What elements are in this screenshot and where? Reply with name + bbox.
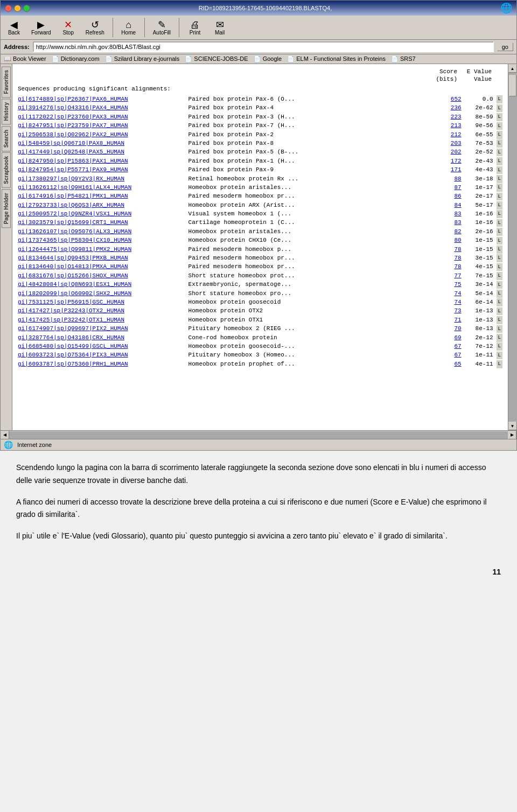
- result-accession-link[interactable]: gi|8134640|sp|O14813|PMXA_HUMAN: [18, 263, 185, 271]
- result-l-button[interactable]: L: [497, 149, 502, 157]
- result-l-button[interactable]: L: [497, 352, 502, 360]
- minimize-button[interactable]: [14, 5, 21, 12]
- result-score[interactable]: 77: [437, 272, 462, 280]
- result-accession-link[interactable]: gi|8247951|sp|P23759|PAX7_HUMAN: [18, 122, 185, 130]
- result-l-button[interactable]: L: [497, 246, 502, 254]
- result-score[interactable]: 78: [437, 263, 462, 271]
- result-accession-link[interactable]: gi|6831676|sp|O15266|SHOX_HUMAN: [18, 272, 185, 280]
- result-score[interactable]: 86: [437, 192, 462, 200]
- result-l-button[interactable]: L: [497, 104, 502, 113]
- side-tab-history[interactable]: History: [2, 99, 11, 124]
- result-accession-link[interactable]: gi|13626107|sp|O95076|ALX3_HUMAN: [18, 228, 185, 236]
- result-score[interactable]: 67: [437, 351, 462, 359]
- scroll-up-button[interactable]: ▲: [508, 64, 517, 73]
- go-button[interactable]: go: [497, 43, 513, 51]
- result-accession-link[interactable]: gi|6093787|sp|O75360|PRH1_HUMAN: [18, 360, 185, 368]
- result-score[interactable]: 87: [437, 184, 462, 192]
- result-accession-link[interactable]: gi|17374365|sp|P58304|CX10_HUMAN: [18, 236, 185, 244]
- fav-dictionary[interactable]: 📄 Dictionary.com: [52, 55, 100, 62]
- fav-szilard[interactable]: 📄 Szilard Library e-journals: [105, 55, 180, 62]
- result-accession-link[interactable]: gi|7531125|sp|P56915|GSC_HUMAN: [18, 298, 185, 306]
- result-l-button[interactable]: L: [497, 113, 502, 121]
- result-score[interactable]: 75: [437, 281, 462, 289]
- result-score[interactable]: 67: [437, 342, 462, 351]
- result-l-button[interactable]: L: [497, 95, 502, 103]
- result-score[interactable]: 202: [437, 148, 462, 156]
- result-accession-link[interactable]: gi|3914276|sp|O43316|PAX4_HUMAN: [18, 104, 185, 112]
- scroll-right-button[interactable]: ▶: [508, 431, 516, 439]
- result-accession-link[interactable]: gi|6174916|sp|P54821|PMX1_HUMAN: [18, 192, 185, 200]
- result-l-button[interactable]: L: [497, 237, 502, 245]
- side-tab-scrapbook[interactable]: Scrapbook: [2, 152, 11, 188]
- result-l-button[interactable]: L: [497, 175, 502, 183]
- refresh-button[interactable]: ↺ Refresh: [83, 18, 107, 37]
- result-accession-link[interactable]: gi|13626112|sp|Q9H161|ALX4_HUMAN: [18, 184, 185, 192]
- result-l-button[interactable]: L: [497, 298, 502, 306]
- result-l-button[interactable]: L: [497, 210, 502, 218]
- result-score[interactable]: 71: [437, 316, 462, 324]
- result-accession-link[interactable]: gi|417425|sp|P32242|OTX1_HUMAN: [18, 316, 185, 324]
- back-button[interactable]: ◀ Back: [4, 18, 24, 37]
- fav-book-viewer[interactable]: 📖 Book Viewer: [4, 55, 46, 62]
- result-score[interactable]: 212: [437, 131, 462, 139]
- forward-button[interactable]: ▶ Forward: [29, 18, 54, 37]
- result-score[interactable]: 84: [437, 201, 462, 209]
- fav-google[interactable]: 📄 Google: [254, 55, 282, 62]
- result-accession-link[interactable]: gi|2506538|sp|Q02962|PAX2_HUMAN: [18, 131, 185, 139]
- result-l-button[interactable]: L: [497, 166, 502, 174]
- result-accession-link[interactable]: gi|548459|sp|Q06710|PAX8_HUMAN: [18, 139, 185, 148]
- print-button[interactable]: 🖨 Print: [185, 18, 205, 37]
- result-accession-link[interactable]: gi|6174889|sp|P26367|PAX6_HUMAN: [18, 95, 185, 103]
- result-accession-link[interactable]: gi|6093723|sp|O75364|PIX3_HUMAN: [18, 351, 185, 359]
- result-accession-link[interactable]: gi|17380297|sp|Q9Y2V3|RX_HUMAN: [18, 175, 185, 183]
- result-score[interactable]: 83: [437, 210, 462, 218]
- result-l-button[interactable]: L: [497, 122, 502, 130]
- result-accession-link[interactable]: gi|6174907|sp|Q99697|PIX2_HUMAN: [18, 325, 185, 333]
- result-l-button[interactable]: L: [497, 131, 502, 139]
- result-accession-link[interactable]: gi|25009572|sp|Q9NZR4|VSX1_HUMAN: [18, 210, 185, 218]
- result-score[interactable]: 78: [437, 254, 462, 262]
- result-l-button[interactable]: L: [497, 193, 502, 201]
- side-tab-favorites[interactable]: Favorites: [2, 66, 11, 97]
- result-l-button[interactable]: L: [497, 325, 502, 333]
- result-l-button[interactable]: L: [497, 157, 502, 165]
- result-l-button[interactable]: L: [497, 360, 502, 368]
- result-accession-link[interactable]: gi|8247950|sp|P15863|PAX1_HUMAN: [18, 157, 185, 165]
- result-score[interactable]: 74: [437, 298, 462, 306]
- result-l-button[interactable]: L: [497, 219, 502, 227]
- result-score[interactable]: 236: [437, 104, 462, 112]
- result-l-button[interactable]: L: [497, 228, 502, 236]
- result-score[interactable]: 69: [437, 334, 462, 342]
- result-l-button[interactable]: L: [497, 254, 502, 262]
- result-score[interactable]: 74: [437, 290, 462, 298]
- autofill-button[interactable]: ✎ AutoFill: [150, 18, 173, 37]
- home-button[interactable]: ⌂ Home: [118, 18, 139, 37]
- result-l-button[interactable]: L: [497, 184, 502, 192]
- result-score[interactable]: 652: [437, 95, 462, 103]
- result-score[interactable]: 83: [437, 219, 462, 227]
- result-score[interactable]: 82: [437, 228, 462, 236]
- result-accession-link[interactable]: gi|417427|sp|P32243|OTX2_HUMAN: [18, 307, 185, 315]
- result-score[interactable]: 65: [437, 360, 462, 368]
- result-l-button[interactable]: L: [497, 281, 502, 289]
- result-score[interactable]: 171: [437, 166, 462, 174]
- result-score[interactable]: 172: [437, 157, 462, 165]
- mail-button[interactable]: ✉ Mail: [209, 18, 230, 37]
- result-score[interactable]: 213: [437, 122, 462, 130]
- address-input[interactable]: [33, 41, 494, 52]
- result-l-button[interactable]: L: [497, 263, 502, 271]
- result-score[interactable]: 203: [437, 139, 462, 148]
- result-l-button[interactable]: L: [497, 307, 502, 316]
- result-accession-link[interactable]: gi|27923733|sp|Q6QS3|ARX_HUMAN: [18, 201, 185, 209]
- result-l-button[interactable]: L: [497, 290, 502, 298]
- result-l-button[interactable]: L: [497, 139, 502, 148]
- result-l-button[interactable]: L: [497, 334, 502, 342]
- fav-elm[interactable]: 📄 ELM - Functional Sites in Proteins: [287, 55, 386, 62]
- result-score[interactable]: 223: [437, 113, 462, 121]
- result-accession-link[interactable]: gi|3023579|sp|Q15699|CRT1_HUMAN: [18, 219, 185, 227]
- maximize-button[interactable]: [23, 5, 30, 12]
- close-button[interactable]: [5, 5, 12, 12]
- scroll-left-button[interactable]: ◀: [1, 431, 9, 439]
- scroll-down-button[interactable]: ▼: [508, 422, 517, 430]
- result-accession-link[interactable]: gi|6685480|sp|O15499|GSCL_HUMAN: [18, 342, 185, 351]
